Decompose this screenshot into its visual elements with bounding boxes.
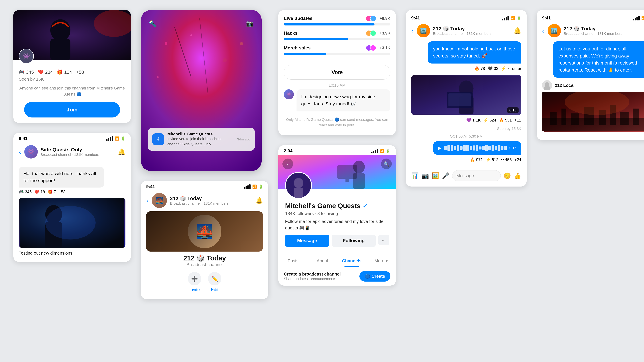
edit-icon: ✏️ [208,272,221,285]
status-icons: 📶 🔋 [106,136,126,141]
poll-timestamp: 10:16 AM [278,80,396,89]
tab-channels[interactable]: Channels [337,255,366,267]
back-button[interactable]: ‹ [19,148,21,156]
notification-phone: 🔦 📷 Mitchell's Game Quests Invited you t… [141,10,262,171]
like-input-icon[interactable]: 👍 [514,172,521,179]
thread2-message-bubble: Let us take you out for dinner, all expe… [553,41,644,78]
image-input-icon[interactable]: 🖼️ [432,172,439,179]
admin-channel-hero: 🌉 [146,211,263,252]
mic-input-icon[interactable]: 🎤 [442,172,450,179]
reaction-heart: ❤️234 [38,69,53,75]
local-sender-name: 212 Local [555,83,575,88]
profile-status-bar: 2:04 📶 🔋 [278,145,396,155]
admin-channel-info: 212 🎲 Today Broadcast channel · 181K mem… [170,195,256,206]
invite-action[interactable]: ➕ Invite [188,272,201,292]
poll-item-merch: Merch sales +3.1K [284,45,390,55]
following-button[interactable]: Following [332,235,376,247]
chart-icon[interactable]: 📊 [411,172,419,179]
admin-status-icons: 📶 🔋 [244,184,263,189]
admin-big-name: 212 🎲 Today [141,254,268,262]
create-channel-row: Create a broadcast channel Share updates… [278,267,396,286]
channel-sub: Broadcast channel · 131K members [40,152,118,157]
thread-bell-icon[interactable]: 🔔 [514,27,521,34]
message-button[interactable]: Message [285,235,329,247]
thread-status-bar: 9:41 📶🔋 [411,15,521,21]
join-button[interactable]: Join [24,102,120,117]
reactions-row: 🎮345 ❤️234 🎁124 +58 [19,69,126,75]
thread-message-bubble: you know I'm not holding back on those s… [428,41,521,63]
svg-rect-35 [550,112,556,125]
message-input[interactable]: Message [452,170,501,181]
admin-channel-card: 9:41 📶 🔋 ‹ 🌉 212 🎲 Tod [141,181,268,299]
battery-icon3: 🔋 [386,149,390,153]
channel-preview-card: 👾 🎮345 ❤️234 🎁124 +58 [14,10,131,123]
profile-back-button[interactable]: ‹ [282,159,293,169]
profile-search-button[interactable]: 🔍 [381,159,392,169]
thread-card-1: 9:41 📶🔋 ‹ 🏙️ 212 🎲 Today Br [406,10,526,187]
thread2-avatar: 🏙️ [548,24,561,37]
thread-channel-sub: Broadcast channel · 181K members [433,31,514,36]
tab-more[interactable]: More ▾ [366,255,396,267]
tab-about[interactable]: About [308,255,337,267]
profile-header-image: ‹ 🔍 [278,155,396,189]
profile-action-buttons: Message Following ··· [285,235,389,247]
notification-bell[interactable]: 🔔 [118,148,126,155]
audio-duration: 0:15 [509,146,516,150]
wifi-icon2: 📶 [252,185,257,189]
video-reactions: 💜 1.1K ⚡ 624 🔥 531 +11 [411,118,521,122]
tab-posts[interactable]: Posts [278,255,308,267]
reaction-gift: 🎁124 [57,69,72,75]
audio-play-button[interactable]: ▶ [438,145,442,151]
wifi-icon3: 📶 [380,149,384,153]
channel-info: Side Quests Only Broadcast channel · 131… [40,147,118,157]
phone-torch-icon[interactable]: 🔦 [149,20,156,27]
admin-back-btn[interactable]: ‹ [146,197,148,204]
thread-back-btn[interactable]: ‹ [411,27,414,34]
signal-icon4 [502,16,509,20]
phone-camera-icon[interactable]: 📷 [246,20,254,27]
thread2-channel-sub: Broadcast channel · 181K members [564,31,644,36]
bubble-reactions: 🎮 345 ❤️ 18 🎁 7 +58 [19,190,126,194]
emoji-input-icon[interactable]: 😊 [504,172,511,179]
audio-reactions: 🔥 971 ⚡ 612 •• 456 +24 [411,157,521,162]
poll-label-live: Live updates +6.8K [284,15,390,21]
admin-big-sub: Broadcast channel [141,262,268,267]
thread-time: 9:41 [411,15,420,21]
thread2-channel-name: 212 🎲 Today [564,26,644,31]
signal-icon3 [371,149,378,153]
notif-app-icon [152,133,164,145]
channel-notice: Anyone can see and join this channel fro… [19,85,126,97]
profile-stats: 184K followers · 8 following [285,211,389,216]
admin-only-notice: Only Mitchell's Game Quests 🔵 can send m… [278,115,396,130]
verified-badge-icon: ✓ [362,202,368,210]
svg-point-22 [294,178,303,188]
admin-bell-icon[interactable]: 🔔 [256,197,263,204]
poll-label-merch: Merch sales +3.1K [284,45,390,51]
chat-card: 9:41 📶 🔋 ‹ 👾 Side Quests Only [14,133,131,262]
create-channel-button[interactable]: 🔵 Create [360,271,390,282]
thread2-channel-info: 212 🎲 Today Broadcast channel · 181K mem… [564,26,644,36]
camera-input-icon[interactable]: 📷 [422,172,429,179]
profile-bio: Follow me for epic adventures and my lov… [285,218,389,231]
svg-point-9 [165,42,167,45]
swag-message: I'm designing new swag for my side quest… [296,89,390,111]
svg-point-10 [190,34,192,36]
message-area: Ha, that was a wild ride. Thanks all for… [14,162,131,262]
vote-button[interactable]: Vote [284,65,390,80]
battery-icon: 🔋 [121,136,126,141]
more-button[interactable]: ··· [378,235,389,245]
svg-point-7 [45,206,96,240]
notif-message: Invited you to join their broadcast chan… [167,136,234,147]
thread2-back-btn[interactable]: ‹ [542,27,544,34]
admin-avatar: 🌉 [152,193,167,208]
create-channel-sub: Share updates, announcements [284,277,341,281]
image-message: ↗ [19,198,126,248]
thread-channel-info: 212 🎲 Today Broadcast channel · 181K mem… [433,26,514,36]
signal-icon5 [633,16,640,20]
channel-preview-body: 🎮345 ❤️234 🎁124 +58 Seen by 16K Anyone c… [14,62,131,117]
notif-time: 34m ago [237,137,250,141]
edit-action[interactable]: ✏️ Edit [208,272,221,292]
chat-header: ‹ 👾 Side Quests Only Broadcast channel ·… [14,143,131,162]
notification-banner[interactable]: Mitchell's Game Quests Invited you to jo… [148,128,255,151]
create-channel-title: Create a broadcast channel [284,272,341,277]
